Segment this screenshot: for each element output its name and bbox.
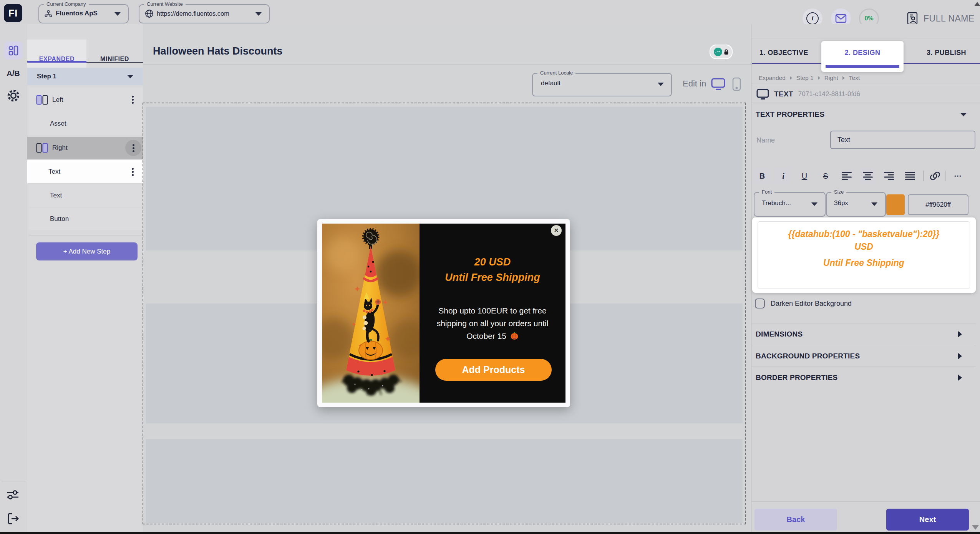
- breadcrumb-item[interactable]: Expanded: [759, 75, 786, 81]
- tab-expanded-underline: [27, 61, 86, 63]
- edit-mobile-button[interactable]: [732, 77, 741, 91]
- tab-objective[interactable]: 1. OBJECTIVE: [759, 42, 808, 63]
- font-caret-icon: [811, 202, 817, 206]
- row-kebab-icon[interactable]: [132, 99, 134, 101]
- tab-objective-label: 1. OBJECTIVE: [759, 49, 808, 57]
- current-website-label: Current Website: [144, 1, 186, 7]
- app-logo-text: FI: [8, 8, 18, 19]
- align-center-button[interactable]: [860, 168, 876, 184]
- bold-button[interactable]: B: [754, 168, 770, 184]
- edit-desktop-button[interactable]: [711, 78, 725, 90]
- section-dimensions[interactable]: DIMENSIONS: [756, 323, 973, 345]
- align-left-icon: [842, 172, 852, 180]
- italic-button[interactable]: i: [775, 168, 791, 184]
- tab-minified-label: MINIFIED: [100, 56, 129, 63]
- editor-line: USD: [758, 240, 970, 253]
- filters-button[interactable]: [6, 489, 20, 500]
- element-header-divider: [752, 103, 980, 103]
- ab-test-icon: A/B: [7, 69, 20, 78]
- popup-preview: ✕ 20 USD Until Free Shipping Shop upto 1…: [317, 219, 570, 407]
- current-company-select[interactable]: Current Company Fluentos ApS: [38, 4, 129, 23]
- size-value: 36px: [834, 199, 848, 207]
- back-button[interactable]: Back: [754, 509, 837, 531]
- inspector-panel: 1. OBJECTIVE 2. DESIGN 3. PUBLISH Expand…: [751, 24, 980, 532]
- layer-label: Text: [50, 192, 62, 199]
- tab-design[interactable]: 2. DESIGN: [821, 42, 904, 63]
- row-kebab-button[interactable]: [125, 140, 141, 156]
- breadcrumb-divider: [752, 84, 980, 84]
- layer-row-left[interactable]: Left: [29, 88, 143, 112]
- tree-footer-divider: [29, 235, 143, 236]
- add-products-button[interactable]: Add Products: [435, 359, 552, 381]
- tab-design-label: 2. DESIGN: [845, 49, 881, 57]
- add-new-step-button[interactable]: + Add New Step: [36, 242, 138, 260]
- layer-row-text2[interactable]: Text: [29, 184, 143, 207]
- next-button[interactable]: Next: [886, 509, 969, 531]
- section-border[interactable]: BORDER PROPERTIES: [756, 367, 973, 388]
- layer-label: Text: [48, 168, 60, 176]
- layer-row-button[interactable]: Button: [29, 208, 143, 230]
- font-select[interactable]: Font Trebuch...: [754, 192, 826, 217]
- popup-close-button[interactable]: ✕: [551, 225, 562, 236]
- info-icon: i: [806, 12, 819, 25]
- current-locale-label: Current Locale: [537, 70, 575, 76]
- color-hex-input[interactable]: #ff9620ff: [908, 194, 968, 215]
- section-label: DIMENSIONS: [756, 330, 803, 338]
- section-background[interactable]: BACKGROUND PROPERTIES: [756, 345, 973, 367]
- layers-panel: EXPANDED MINIFIED Step 1 Left Asset: [27, 24, 143, 532]
- rich-text-editor[interactable]: {{datahub:(100 - "basketvalue"):20}} USD…: [758, 221, 970, 289]
- scroll-down-icon[interactable]: [972, 525, 979, 530]
- next-button-label: Next: [919, 515, 936, 524]
- name-input[interactable]: Text: [830, 131, 975, 149]
- align-justify-button[interactable]: [902, 168, 918, 184]
- logout-button[interactable]: [7, 512, 20, 525]
- align-left-button[interactable]: [839, 168, 855, 184]
- id-card-icon: [907, 12, 918, 25]
- vpn-badge[interactable]: [710, 45, 733, 59]
- breadcrumb-item[interactable]: Text: [849, 75, 860, 81]
- app-window: FI Current Company Fluentos ApS Current …: [0, 0, 980, 534]
- components-button[interactable]: [4, 41, 22, 60]
- template-section-3[interactable]: [146, 439, 743, 523]
- ab-test-button[interactable]: A/B: [4, 67, 22, 80]
- align-center-icon: [863, 172, 873, 180]
- current-locale-select[interactable]: Current Locale default: [532, 73, 672, 96]
- darken-checkbox[interactable]: [755, 299, 765, 308]
- link-button[interactable]: [927, 168, 943, 184]
- user-name: FULL NAME: [924, 13, 975, 24]
- add-new-step-label: + Add New Step: [63, 248, 110, 255]
- layer-row-asset[interactable]: Asset: [29, 112, 143, 135]
- section-label: BORDER PROPERTIES: [756, 373, 838, 382]
- current-website-select[interactable]: Current Website https://demo.fluentos.co…: [139, 4, 270, 23]
- row-kebab-icon[interactable]: [132, 171, 134, 173]
- settings-button[interactable]: [6, 88, 21, 103]
- tab-publish[interactable]: 3. PUBLISH: [927, 42, 966, 63]
- popup-body-text: Shop upto 100EUR to get free shipping on…: [429, 304, 556, 342]
- size-caret-icon: [871, 202, 877, 206]
- app-logo[interactable]: FI: [4, 4, 22, 22]
- element-type: TEXT: [774, 90, 793, 98]
- breadcrumb-item[interactable]: Right: [824, 75, 838, 81]
- company-caret-icon: [114, 12, 121, 16]
- popup-headline-2: Until Free Shipping: [420, 272, 565, 284]
- popup-hero-image: [322, 224, 420, 403]
- layer-row-text-selected[interactable]: Text: [27, 160, 143, 183]
- name-input-value: Text: [837, 136, 850, 144]
- darken-background-row[interactable]: Darken Editor Background: [755, 297, 852, 310]
- user-menu[interactable]: FULL NAME: [907, 12, 975, 25]
- step-label: Step 1: [37, 73, 56, 80]
- step-row[interactable]: Step 1: [27, 68, 143, 85]
- layer-label: Asset: [50, 120, 66, 128]
- underline-button[interactable]: U: [796, 168, 813, 184]
- scroll-up-icon[interactable]: [974, 2, 980, 6]
- more-options-button[interactable]: •••: [950, 168, 966, 184]
- size-select[interactable]: Size 36px: [826, 192, 886, 217]
- align-right-button[interactable]: [881, 168, 897, 184]
- breadcrumb-item[interactable]: Step 1: [796, 75, 814, 81]
- tab-minified-underline: [86, 62, 143, 63]
- layer-row-right[interactable]: Right: [27, 137, 143, 159]
- color-swatch[interactable]: [886, 194, 905, 215]
- lock-icon: [724, 49, 729, 55]
- text-properties-header[interactable]: TEXT PROPERTIES: [756, 108, 977, 121]
- strikethrough-button[interactable]: S: [817, 168, 834, 184]
